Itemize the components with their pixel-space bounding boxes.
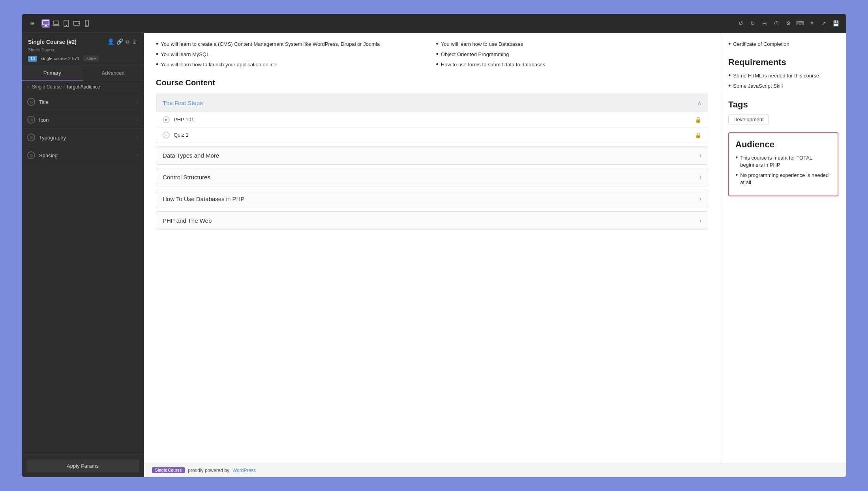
breadcrumb-back-icon[interactable]: ‹ [27, 84, 29, 90]
accordion-item-4: PHP and The Web › [156, 211, 708, 230]
chevron-right-icon-4: › [699, 217, 701, 224]
lesson-circle-icon-1: ○ [163, 132, 170, 139]
tab-primary[interactable]: Primary [22, 66, 83, 81]
bullet-1: • [156, 51, 158, 58]
learn-text-5: How to use forms to submit data to datab… [441, 61, 545, 68]
aud-bullet-1: • [735, 171, 738, 179]
lock-icon-1: 🔒 [695, 132, 701, 138]
redo-icon[interactable]: ↻ [748, 19, 757, 28]
accordion-item-1: Data Types and More › [156, 146, 708, 165]
tag-development[interactable]: Development [728, 115, 769, 124]
gear-icon-icon: ⚙ [27, 116, 35, 124]
chevron-up-icon-0: ∧ [697, 100, 701, 106]
accordion-item-3: How To Use Databases in PHP › [156, 190, 708, 208]
learn-text-3: You will learn how to use Databases [441, 41, 523, 48]
page-sidebar: • Certificate of Completion Requirements… [720, 33, 846, 463]
learn-grid: • You will learn to create a (CMS) Conte… [156, 41, 708, 69]
sidebar-item-spacing-label: Spacing [39, 152, 137, 158]
settings-icon[interactable]: ⚙ [784, 19, 793, 28]
badge-id: 10 [28, 56, 37, 62]
learn-item-2: • You will learn how to launch your appl… [156, 61, 428, 68]
save-icon[interactable]: 💾 [831, 19, 840, 28]
accordion-item-0: The First Steps ∧ ▶ PHP 101 🔒 ○ Qu [156, 94, 708, 143]
sidebar-item-spacing[interactable]: ⚙ Spacing › [22, 147, 144, 164]
tags-title: Tags [728, 100, 838, 110]
learn-text-4: Object Oriented Programming [441, 51, 509, 58]
footer-text: proudly powered by [188, 468, 229, 473]
link-icon[interactable]: 🔗 [116, 38, 123, 45]
accordion-header-2[interactable]: Control Structures › [156, 168, 708, 186]
lesson-php101: ▶ PHP 101 🔒 [156, 112, 708, 128]
copy-icon[interactable]: ⧉ [126, 38, 129, 45]
device-icons [41, 19, 91, 28]
requirements-section: Requirements • Some HTML is needed for t… [728, 57, 838, 90]
chevron-right-icon-spacing: › [137, 152, 138, 158]
footer-link[interactable]: WordPress [232, 468, 256, 473]
learn-item-0: • You will learn to create a (CMS) Conte… [156, 41, 428, 48]
gear-icon-title: ⚙ [27, 98, 35, 106]
sidebar-item-typography[interactable]: ⚙ Typography › [22, 129, 144, 147]
accordion-header-3[interactable]: How To Use Databases in PHP › [156, 190, 708, 208]
svg-point-5 [66, 25, 67, 26]
audience-box: Audience • This course is meant for TOTA… [728, 132, 838, 197]
lock-icon-0: 🔒 [695, 117, 701, 123]
tabs-row: Primary Advanced [22, 66, 144, 81]
accordion-header-0[interactable]: The First Steps ∧ [156, 94, 708, 112]
accordion-header-1[interactable]: Data Types and More › [156, 147, 708, 164]
delete-icon[interactable]: 🗑 [132, 38, 137, 45]
cert-section: • Certificate of Completion [728, 41, 838, 48]
breadcrumb-sep: / [63, 84, 64, 90]
chevron-right-icon-icon: › [137, 117, 138, 122]
cert-text: Certificate of Completion [733, 41, 789, 48]
accordion-item-2: Control Structures › [156, 168, 708, 186]
sidebar-item-title[interactable]: ⚙ Title › [22, 93, 144, 111]
history-icon[interactable]: ⏱ [772, 19, 781, 28]
sidebar-item-icon[interactable]: ⚙ Icon › [22, 111, 144, 129]
chevron-right-icon-typography: › [137, 135, 138, 140]
svg-rect-2 [44, 26, 48, 26]
bullet-4: • [436, 51, 439, 58]
requirements-title: Requirements [728, 57, 838, 68]
badge-state: state [83, 55, 99, 62]
badge-value: -single-course-2-571 [39, 56, 79, 61]
sidebar-action-icons: 👤 🔗 ⧉ 🗑 [107, 38, 137, 45]
audience-title: Audience [735, 139, 831, 150]
sidebar-footer: Apply Params [22, 454, 144, 477]
grid-icon[interactable]: # [808, 19, 816, 28]
req-bullet-1: • [728, 82, 731, 89]
tablet-landscape-icon[interactable] [72, 19, 81, 28]
sidebar-items: ⚙ Title › ⚙ Icon › ⚙ Typography › ⚙ Spac… [22, 93, 144, 454]
cert-item: • Certificate of Completion [728, 41, 838, 48]
gear-icon-spacing: ⚙ [27, 151, 35, 159]
svg-rect-1 [45, 25, 47, 26]
chevron-right-icon-2: › [699, 174, 701, 180]
svg-point-7 [79, 23, 79, 24]
layers-icon[interactable]: ⊟ [760, 19, 769, 28]
req-bullet-0: • [728, 72, 731, 79]
breadcrumb-parent[interactable]: Single Course [32, 84, 62, 90]
tablet-icon[interactable] [62, 19, 71, 28]
accordion-header-4[interactable]: PHP and The Web › [156, 212, 708, 230]
add-icon[interactable]: ⊕ [28, 19, 37, 28]
sidebar-title: Single Course (#2) [28, 39, 77, 45]
svg-point-9 [86, 25, 87, 26]
page-area: • You will learn to create a (CMS) Conte… [144, 33, 846, 477]
page-footer: Single Course proudly powered by WordPre… [144, 463, 846, 477]
desktop-icon[interactable] [41, 19, 50, 28]
toolbar: ⊕ [22, 14, 846, 33]
tags-section: Tags Development [728, 100, 838, 124]
export-icon[interactable]: ↗ [819, 19, 828, 28]
page-main: • You will learn to create a (CMS) Conte… [144, 33, 720, 463]
tab-advanced[interactable]: Advanced [83, 66, 144, 81]
apply-params-button[interactable]: Apply Params [26, 459, 139, 472]
sidebar-item-icon-label: Icon [39, 117, 137, 123]
user-icon[interactable]: 👤 [107, 38, 114, 45]
code-icon[interactable]: ⌨ [796, 19, 804, 28]
sidebar-subtitle: Single Course [28, 47, 137, 52]
mobile-icon[interactable] [82, 19, 91, 28]
laptop-icon[interactable] [52, 19, 60, 28]
sidebar-header: Single Course (#2) 👤 🔗 ⧉ 🗑 Single Course… [22, 33, 144, 66]
undo-icon[interactable]: ↺ [737, 19, 745, 28]
accordion-title-2: Control Structures [163, 174, 699, 181]
bullet-0: • [156, 40, 158, 47]
